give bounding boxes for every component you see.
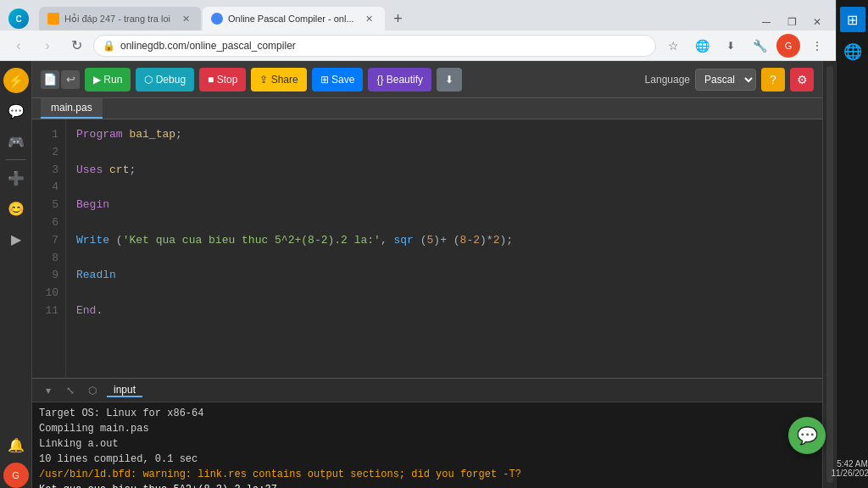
scroll-track[interactable] bbox=[826, 66, 833, 483]
cc-icon-3[interactable]: 🎮 bbox=[3, 129, 29, 154]
browser-chrome: C Hỏi đáp 247 - trang tra loi ✕ Online P… bbox=[0, 0, 836, 61]
editor-toolbar: 📄 ↩ ▶ Run ⬡ Debug ■ Stop ⇪ Share ⊞ Save … bbox=[32, 61, 822, 98]
file-tabs: main.pas bbox=[32, 98, 822, 119]
windows-icon-1[interactable]: 🌐 bbox=[840, 39, 865, 64]
windows-start-button[interactable]: ⊞ bbox=[840, 7, 865, 32]
info-button[interactable]: ? bbox=[761, 68, 785, 92]
floating-chat-button[interactable]: 💬 bbox=[788, 417, 826, 454]
new-tab-button[interactable]: + bbox=[387, 7, 410, 30]
cc-icon-2[interactable]: 💬 bbox=[3, 98, 29, 124]
tab2-close[interactable]: ✕ bbox=[363, 12, 376, 25]
output-icons-left: ▾ ⤡ ⬡ bbox=[39, 381, 102, 400]
clock-date: 11/26/2020 bbox=[831, 469, 868, 478]
minimize-button[interactable]: ─ bbox=[754, 14, 778, 30]
address-text: onlinegdb.com/online_pascal_compiler bbox=[120, 40, 647, 52]
language-label: Language bbox=[645, 74, 690, 86]
run-button[interactable]: ▶ Run bbox=[85, 68, 131, 92]
output-line-5: /usr/bin/ld.bfd: warning: link.res conta… bbox=[39, 467, 815, 482]
tab-1[interactable]: Hỏi đáp 247 - trang tra loi ✕ bbox=[39, 7, 201, 30]
settings-button[interactable]: ⚙ bbox=[790, 68, 814, 92]
restore-button[interactable]: ❐ bbox=[780, 14, 804, 30]
cc-lightning-icon[interactable]: ⚡ bbox=[3, 68, 29, 93]
cc-emoji-icon[interactable]: 😊 bbox=[3, 196, 29, 221]
tab2-favicon bbox=[211, 13, 223, 25]
tab1-favicon bbox=[47, 13, 59, 25]
output-copy-icon[interactable]: ⬡ bbox=[83, 381, 102, 400]
output-area: ▾ ⤡ ⬡ input Target OS: Linux for x86-64 … bbox=[32, 378, 822, 488]
save-button[interactable]: ⊞ Save bbox=[312, 68, 364, 92]
stop-button[interactable]: ■ Stop bbox=[199, 68, 246, 92]
output-console: Target OS: Linux for x86-64 Compiling ma… bbox=[32, 402, 822, 488]
browser-tabs: C Hỏi đáp 247 - trang tra loi ✕ Online P… bbox=[0, 0, 836, 30]
output-line-2: Compiling main.pas bbox=[39, 421, 815, 436]
cc-youtube-icon[interactable]: ▶ bbox=[3, 226, 29, 252]
back-button[interactable]: ‹ bbox=[7, 34, 31, 58]
code-content[interactable]: Program bai_tap; Uses crt; Begin Write (… bbox=[66, 119, 822, 378]
output-line-1: Target OS: Linux for x86-64 bbox=[39, 406, 815, 421]
tab-2[interactable]: Online Pascal Compiler - onl... ✕ bbox=[203, 7, 385, 30]
extension-btn-1[interactable]: ⬇ bbox=[719, 34, 743, 58]
beautify-button[interactable]: {} Beautify bbox=[368, 68, 431, 92]
extension-btn-2[interactable]: 🔧 bbox=[748, 34, 771, 58]
language-select[interactable]: Pascal C C++ Java Python bbox=[695, 69, 756, 91]
coccoc-sidebar: ⚡ 💬 🎮 ➕ 😊 ▶ 🔔 G bbox=[0, 61, 32, 488]
forward-button[interactable]: › bbox=[36, 34, 59, 58]
cc-profile-icon[interactable]: G bbox=[3, 463, 29, 488]
output-line-4: 10 lines compiled, 0.1 sec bbox=[39, 452, 815, 467]
output-down-icon[interactable]: ▾ bbox=[39, 381, 58, 400]
file-icon[interactable]: 📄 bbox=[41, 70, 59, 89]
output-toolbar: ▾ ⤡ ⬡ input bbox=[32, 379, 822, 402]
windows-taskbar: ⊞ 🌐 5:42 AM 11/26/2020 bbox=[836, 0, 868, 488]
output-tabs: input bbox=[107, 384, 142, 397]
reload-button[interactable]: ↻ bbox=[64, 34, 88, 58]
tab1-label: Hỏi đáp 247 - trang tra loi bbox=[64, 14, 170, 25]
debug-button[interactable]: ⬡ Debug bbox=[136, 68, 194, 92]
output-expand-icon[interactable]: ⤡ bbox=[61, 381, 80, 400]
translate-button[interactable]: 🌐 bbox=[690, 34, 714, 58]
code-editor[interactable]: 1 2 3 4 5 6 7 8 9 10 11 Program bai_tap;… bbox=[32, 119, 822, 378]
coccoc-logo: C bbox=[8, 8, 29, 29]
bookmark-button[interactable]: ☆ bbox=[661, 34, 685, 58]
right-scrollbar[interactable] bbox=[822, 61, 836, 488]
cc-add-icon[interactable]: ➕ bbox=[3, 165, 29, 191]
main-file-tab[interactable]: main.pas bbox=[41, 98, 103, 119]
share-button[interactable]: ⇪ Share bbox=[251, 68, 306, 92]
lock-icon: 🔒 bbox=[103, 40, 115, 52]
output-line-3: Linking a.out bbox=[39, 436, 815, 452]
sidebar-divider bbox=[6, 159, 26, 160]
undo-icon[interactable]: ↩ bbox=[61, 70, 80, 89]
line-numbers: 1 2 3 4 5 6 7 8 9 10 11 bbox=[32, 119, 66, 378]
output-line-6: Ket qua cua bieu thuc 5^2+(8-2).2 la:37 bbox=[39, 482, 815, 488]
profile-button[interactable]: G bbox=[776, 34, 800, 58]
close-window-button[interactable]: ✕ bbox=[805, 14, 829, 30]
download-button[interactable]: ⬇ bbox=[437, 68, 462, 92]
address-bar: ‹ › ↻ 🔒 onlinegdb.com/online_pascal_comp… bbox=[0, 30, 836, 61]
tab1-close[interactable]: ✕ bbox=[179, 12, 192, 25]
output-tab-input[interactable]: input bbox=[107, 384, 142, 397]
more-button[interactable]: ⋮ bbox=[805, 34, 829, 58]
address-input[interactable]: 🔒 onlinegdb.com/online_pascal_compiler bbox=[93, 35, 656, 57]
clock-time: 5:42 AM bbox=[831, 459, 868, 469]
editor-area: 📄 ↩ ▶ Run ⬡ Debug ■ Stop ⇪ Share ⊞ Save … bbox=[32, 61, 822, 488]
cc-bell-icon[interactable]: 🔔 bbox=[3, 432, 29, 458]
tab2-label: Online Pascal Compiler - onl... bbox=[228, 14, 354, 24]
